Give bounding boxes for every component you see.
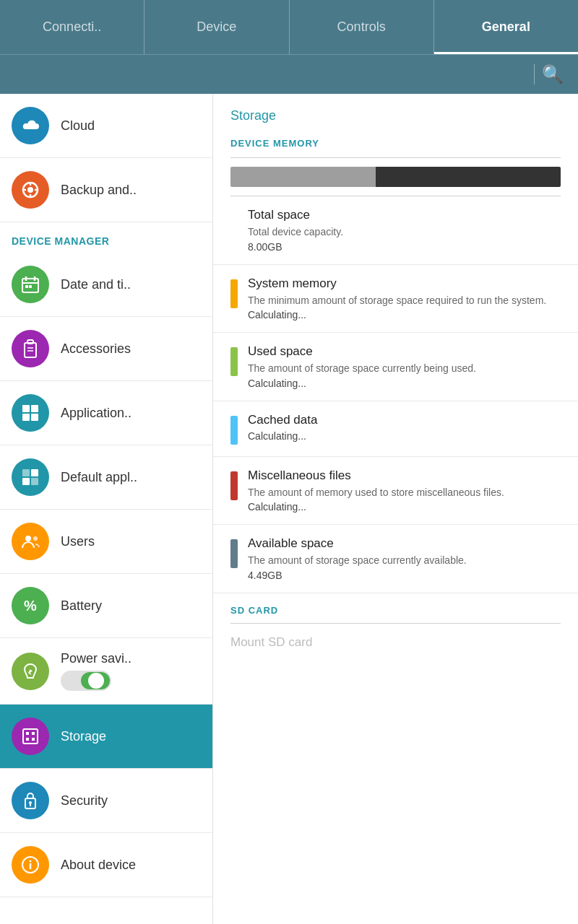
svg-rect-16 — [22, 405, 30, 412]
search-row: 🔍 — [0, 54, 578, 94]
svg-rect-30 — [32, 738, 35, 741]
total-space-title: Total space — [248, 208, 561, 222]
sidebar-item-applications[interactable]: Application.. — [0, 381, 212, 445]
search-icon[interactable]: 🔍 — [542, 64, 564, 84]
svg-rect-28 — [32, 732, 35, 735]
backup-icon — [12, 171, 49, 209]
sidebar-item-power-saving[interactable]: Power savi.. — [0, 638, 212, 705]
accessories-icon — [12, 330, 49, 367]
svg-point-24 — [25, 536, 31, 541]
system-memory-title: System memory — [248, 276, 561, 291]
security-icon — [12, 782, 49, 819]
storage-icon — [12, 718, 49, 755]
used-space-dot — [230, 347, 238, 376]
battery-icon: % — [12, 587, 49, 624]
svg-rect-13 — [25, 343, 36, 357]
available-dot — [230, 539, 238, 568]
top-navigation: Connecti.. Device Controls General — [0, 0, 578, 54]
nav-divider — [534, 64, 535, 84]
available-desc: The amount of storage space currently av… — [248, 554, 561, 568]
svg-point-1 — [27, 187, 33, 193]
cached-extra: Calculating... — [248, 430, 561, 442]
power-saving-icon — [12, 653, 49, 690]
tab-connecti[interactable]: Connecti.. — [0, 0, 144, 54]
sidebar-label-users: Users — [61, 534, 201, 549]
power-saving-toggle[interactable] — [61, 671, 111, 691]
sidebar-item-users[interactable]: Users — [0, 510, 212, 574]
sidebar-label-cloud: Cloud — [61, 118, 201, 134]
default-apps-icon — [12, 458, 49, 496]
sidebar: Cloud Backup and.. DEVICE MANAGER — [0, 94, 213, 924]
misc-desc: The amount of memory used to store misce… — [248, 486, 561, 500]
svg-rect-18 — [22, 414, 30, 421]
sidebar-item-battery[interactable]: % Battery — [0, 574, 212, 638]
used-space-extra: Calculating... — [248, 378, 561, 389]
system-memory-desc: The minimum amount of storage space requ… — [248, 294, 561, 308]
sd-card-mount[interactable]: Mount SD card — [213, 624, 578, 661]
content-title: Storage — [213, 94, 578, 131]
svg-rect-17 — [31, 405, 38, 412]
misc-title: Miscellaneous files — [248, 468, 561, 483]
storage-item-total[interactable]: Total space Total device capacity. 8.00G… — [213, 196, 578, 265]
applications-icon — [12, 394, 49, 432]
svg-point-25 — [33, 536, 38, 541]
svg-rect-19 — [31, 414, 38, 421]
total-space-desc: Total device capacity. — [248, 225, 561, 240]
tab-controls[interactable]: Controls — [290, 0, 434, 54]
misc-extra: Calculating... — [248, 501, 561, 513]
svg-rect-29 — [26, 738, 29, 741]
about-icon — [12, 846, 49, 884]
storage-item-system[interactable]: System memory The minimum amount of stor… — [213, 265, 578, 334]
sidebar-item-accessories[interactable]: Accessories — [0, 317, 212, 381]
device-memory-header: DEVICE MEMORY — [213, 131, 578, 157]
sidebar-label-date: Date and ti.. — [61, 277, 201, 292]
svg-rect-20 — [22, 469, 30, 476]
svg-rect-22 — [22, 478, 30, 485]
system-memory-extra: Calculating... — [248, 309, 561, 321]
svg-rect-21 — [31, 469, 38, 476]
sd-card-header: SD CARD — [213, 593, 578, 623]
svg-rect-11 — [29, 285, 32, 288]
tab-general[interactable]: General — [434, 0, 578, 54]
sidebar-label-accessories: Accessories — [61, 341, 201, 357]
used-space-desc: The amount of storage space currently be… — [248, 362, 561, 376]
sidebar-item-about[interactable]: About device — [0, 833, 212, 897]
sidebar-label-storage: Storage — [61, 729, 201, 744]
svg-rect-26 — [23, 729, 38, 744]
misc-dot — [230, 471, 238, 500]
sidebar-label-about: About device — [61, 858, 201, 873]
storage-item-used[interactable]: Used space The amount of storage space c… — [213, 333, 578, 401]
sidebar-label-security: Security — [61, 793, 201, 808]
storage-item-available[interactable]: Available space The amount of storage sp… — [213, 525, 578, 593]
used-space-title: Used space — [248, 344, 561, 359]
total-space-value: 8.00GB — [248, 241, 561, 253]
sidebar-item-backup[interactable]: Backup and.. — [0, 158, 212, 222]
available-title: Available space — [248, 536, 561, 551]
storage-bar — [230, 167, 561, 187]
date-icon — [12, 266, 49, 303]
system-memory-dot — [230, 279, 238, 308]
storage-item-misc[interactable]: Miscellaneous files The amount of memory… — [213, 457, 578, 526]
cloud-icon — [12, 107, 49, 144]
storage-bar-container — [213, 158, 578, 196]
sidebar-item-storage[interactable]: Storage — [0, 705, 212, 769]
svg-point-32 — [29, 801, 32, 804]
sidebar-item-default-apps[interactable]: Default appl.. — [0, 445, 212, 510]
storage-item-cached[interactable]: Cached data Calculating... — [213, 401, 578, 457]
sidebar-label-applications: Application.. — [61, 406, 201, 421]
sidebar-label-default-apps: Default appl.. — [61, 470, 201, 485]
tab-device[interactable]: Device — [144, 0, 289, 54]
bar-dark — [376, 167, 561, 187]
content-panel: Storage DEVICE MEMORY Total space Total … — [213, 94, 578, 924]
section-device-manager: DEVICE MANAGER — [0, 222, 212, 253]
cached-title: Cached data — [248, 413, 561, 427]
sidebar-label-battery: Battery — [61, 598, 201, 614]
sidebar-item-date[interactable]: Date and ti.. — [0, 253, 212, 317]
sidebar-item-cloud[interactable]: Cloud — [0, 94, 212, 158]
bar-used — [230, 167, 376, 187]
sidebar-label-backup: Backup and.. — [61, 183, 201, 198]
cached-dot — [230, 416, 238, 445]
sidebar-item-security[interactable]: Security — [0, 769, 212, 833]
sidebar-label-power-saving: Power savi.. — [61, 651, 201, 666]
svg-rect-27 — [26, 732, 29, 735]
